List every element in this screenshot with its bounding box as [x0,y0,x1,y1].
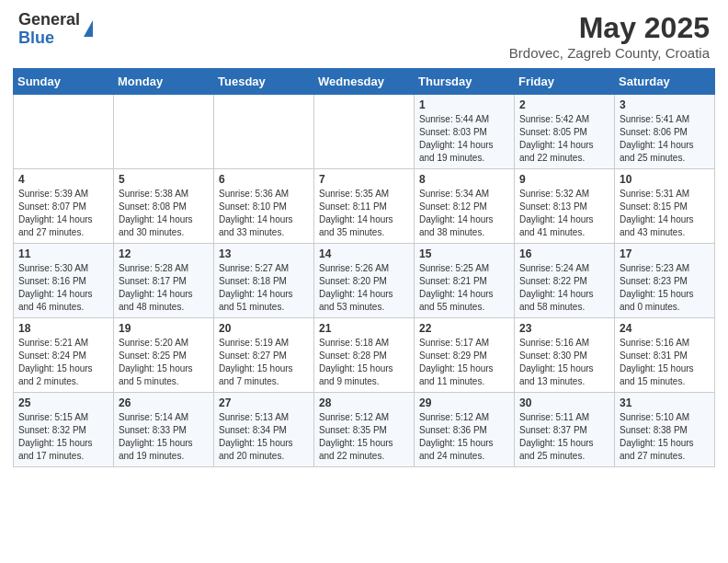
day-number: 14 [319,247,409,260]
day-info: Sunrise: 5:17 AMSunset: 8:29 PMDaylight:… [419,337,509,388]
calendar-cell: 14Sunrise: 5:26 AMSunset: 8:20 PMDayligh… [314,244,415,318]
day-info: Sunrise: 5:31 AMSunset: 8:15 PMDaylight:… [620,188,710,239]
logo-triangle-icon [84,20,93,37]
day-number: 9 [519,173,609,186]
day-number: 7 [319,173,409,186]
calendar-cell [114,95,214,169]
header-row: SundayMondayTuesdayWednesdayThursdayFrid… [14,69,715,95]
week-row-2: 11Sunrise: 5:30 AMSunset: 8:16 PMDayligh… [14,244,715,318]
day-info: Sunrise: 5:10 AMSunset: 8:38 PMDaylight:… [620,411,710,463]
day-info: Sunrise: 5:38 AMSunset: 8:08 PMDaylight:… [119,188,209,239]
header-day-friday: Friday [515,69,615,95]
header-day-thursday: Thursday [415,69,515,95]
calendar-cell: 13Sunrise: 5:27 AMSunset: 8:18 PMDayligh… [214,244,314,318]
header-day-saturday: Saturday [615,69,715,95]
day-number: 30 [519,396,609,409]
calendar-body: 1Sunrise: 5:44 AMSunset: 8:03 PMDaylight… [14,95,715,467]
day-number: 6 [219,173,309,186]
header-day-tuesday: Tuesday [214,69,314,95]
calendar-cell: 1Sunrise: 5:44 AMSunset: 8:03 PMDaylight… [415,95,515,169]
calendar-cell: 21Sunrise: 5:18 AMSunset: 8:28 PMDayligh… [314,318,415,393]
calendar-cell: 4Sunrise: 5:39 AMSunset: 8:07 PMDaylight… [14,169,114,244]
day-info: Sunrise: 5:30 AMSunset: 8:16 PMDaylight:… [18,262,108,314]
day-number: 5 [119,173,209,186]
day-number: 17 [620,247,710,260]
calendar-cell: 23Sunrise: 5:16 AMSunset: 8:30 PMDayligh… [515,318,615,393]
day-info: Sunrise: 5:14 AMSunset: 8:33 PMDaylight:… [119,411,209,463]
day-info: Sunrise: 5:16 AMSunset: 8:31 PMDaylight:… [620,337,710,388]
day-number: 8 [419,173,509,186]
header: General Blue May 2025 Brdovec, Zagreb Co… [0,0,728,68]
day-number: 27 [219,396,309,409]
day-number: 21 [319,322,409,335]
calendar-table: SundayMondayTuesdayWednesdayThursdayFrid… [13,68,715,467]
day-info: Sunrise: 5:12 AMSunset: 8:35 PMDaylight:… [319,411,409,463]
day-number: 18 [18,322,108,335]
logo-general-text: General [18,11,80,29]
day-info: Sunrise: 5:24 AMSunset: 8:22 PMDaylight:… [519,262,609,314]
calendar-cell: 25Sunrise: 5:15 AMSunset: 8:32 PMDayligh… [14,393,114,467]
calendar-title: May 2025 [509,11,710,45]
day-info: Sunrise: 5:41 AMSunset: 8:06 PMDaylight:… [620,113,710,165]
day-number: 16 [519,247,609,260]
calendar-cell: 17Sunrise: 5:23 AMSunset: 8:23 PMDayligh… [615,244,715,318]
week-row-1: 4Sunrise: 5:39 AMSunset: 8:07 PMDaylight… [14,169,715,244]
day-info: Sunrise: 5:23 AMSunset: 8:23 PMDaylight:… [620,262,710,314]
day-number: 2 [519,98,609,111]
calendar-cell: 2Sunrise: 5:42 AMSunset: 8:05 PMDaylight… [515,95,615,169]
week-row-3: 18Sunrise: 5:21 AMSunset: 8:24 PMDayligh… [14,318,715,393]
day-info: Sunrise: 5:16 AMSunset: 8:30 PMDaylight:… [519,337,609,388]
day-number: 22 [419,322,509,335]
calendar-cell [214,95,314,169]
logo-blue-text: Blue [18,29,80,48]
calendar-cell: 19Sunrise: 5:20 AMSunset: 8:25 PMDayligh… [114,318,214,393]
day-info: Sunrise: 5:15 AMSunset: 8:32 PMDaylight:… [18,411,108,463]
day-info: Sunrise: 5:39 AMSunset: 8:07 PMDaylight:… [18,188,108,239]
day-info: Sunrise: 5:25 AMSunset: 8:21 PMDaylight:… [419,262,509,314]
calendar-container: SundayMondayTuesdayWednesdayThursdayFrid… [0,68,728,477]
calendar-cell: 18Sunrise: 5:21 AMSunset: 8:24 PMDayligh… [14,318,114,393]
day-number: 3 [620,98,710,111]
calendar-cell: 15Sunrise: 5:25 AMSunset: 8:21 PMDayligh… [415,244,515,318]
day-info: Sunrise: 5:44 AMSunset: 8:03 PMDaylight:… [419,113,509,165]
calendar-cell: 6Sunrise: 5:36 AMSunset: 8:10 PMDaylight… [214,169,314,244]
day-number: 28 [319,396,409,409]
calendar-cell: 30Sunrise: 5:11 AMSunset: 8:37 PMDayligh… [515,393,615,467]
week-row-4: 25Sunrise: 5:15 AMSunset: 8:32 PMDayligh… [14,393,715,467]
calendar-cell: 29Sunrise: 5:12 AMSunset: 8:36 PMDayligh… [415,393,515,467]
calendar-cell: 28Sunrise: 5:12 AMSunset: 8:35 PMDayligh… [314,393,415,467]
day-info: Sunrise: 5:26 AMSunset: 8:20 PMDaylight:… [319,262,409,314]
calendar-cell: 26Sunrise: 5:14 AMSunset: 8:33 PMDayligh… [114,393,214,467]
calendar-cell: 9Sunrise: 5:32 AMSunset: 8:13 PMDaylight… [515,169,615,244]
day-info: Sunrise: 5:34 AMSunset: 8:12 PMDaylight:… [419,188,509,239]
calendar-cell [14,95,114,169]
day-number: 1 [419,98,509,111]
day-number: 25 [18,396,108,409]
calendar-cell: 31Sunrise: 5:10 AMSunset: 8:38 PMDayligh… [615,393,715,467]
calendar-cell: 12Sunrise: 5:28 AMSunset: 8:17 PMDayligh… [114,244,214,318]
calendar-header: SundayMondayTuesdayWednesdayThursdayFrid… [14,69,715,95]
day-number: 31 [620,396,710,409]
logo: General Blue [18,11,93,48]
day-number: 11 [18,247,108,260]
header-day-wednesday: Wednesday [314,69,415,95]
calendar-cell: 22Sunrise: 5:17 AMSunset: 8:29 PMDayligh… [415,318,515,393]
logo-text: General Blue [18,11,80,48]
calendar-cell: 20Sunrise: 5:19 AMSunset: 8:27 PMDayligh… [214,318,314,393]
day-info: Sunrise: 5:18 AMSunset: 8:28 PMDaylight:… [319,337,409,388]
calendar-cell: 5Sunrise: 5:38 AMSunset: 8:08 PMDaylight… [114,169,214,244]
day-info: Sunrise: 5:21 AMSunset: 8:24 PMDaylight:… [18,337,108,388]
week-row-0: 1Sunrise: 5:44 AMSunset: 8:03 PMDaylight… [14,95,715,169]
day-number: 26 [119,396,209,409]
calendar-cell: 7Sunrise: 5:35 AMSunset: 8:11 PMDaylight… [314,169,415,244]
day-info: Sunrise: 5:32 AMSunset: 8:13 PMDaylight:… [519,188,609,239]
day-info: Sunrise: 5:19 AMSunset: 8:27 PMDaylight:… [219,337,309,388]
day-number: 23 [519,322,609,335]
day-info: Sunrise: 5:35 AMSunset: 8:11 PMDaylight:… [319,188,409,239]
day-number: 10 [620,173,710,186]
day-info: Sunrise: 5:12 AMSunset: 8:36 PMDaylight:… [419,411,509,463]
header-day-sunday: Sunday [14,69,114,95]
header-day-monday: Monday [114,69,214,95]
day-number: 12 [119,247,209,260]
title-section: May 2025 Brdovec, Zagreb County, Croatia [509,11,710,61]
